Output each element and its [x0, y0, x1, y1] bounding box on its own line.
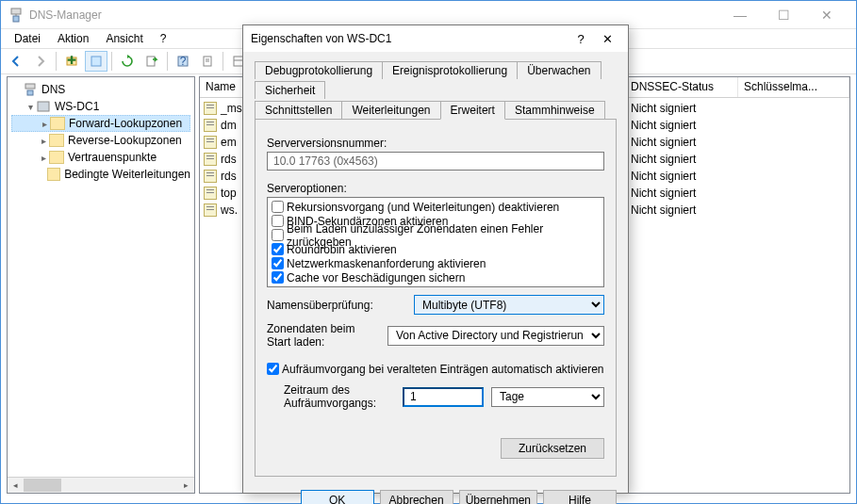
tab-security[interactable]: Sicherheit [255, 81, 325, 99]
collapse-icon[interactable]: ▾ [25, 102, 36, 112]
dialog-titlebar[interactable]: Eigenschaften von WS-DC1 ? ✕ [243, 25, 628, 52]
zonedata-select[interactable]: Von Active Directory und Registrierun [387, 326, 604, 346]
namecheck-label: Namensüberprüfung: [267, 299, 406, 312]
options-label: Serveroptionen: [267, 182, 604, 195]
server-option[interactable]: Cache vor Beschädigungen sichern [272, 270, 600, 285]
tab-advanced[interactable]: Erweitert [440, 101, 505, 120]
dnssec-row[interactable]: Nicht signiert [625, 117, 849, 134]
folder-icon [49, 134, 64, 147]
right-col-dnssec[interactable]: DNSSEC-Status [625, 77, 738, 97]
tree-hscroll[interactable]: ◂▸ [8, 477, 194, 493]
option-checkbox[interactable] [272, 201, 284, 213]
option-checkbox[interactable] [272, 229, 284, 241]
zone-icon [204, 170, 217, 183]
tree-server[interactable]: ▾ WS-DC1 [11, 98, 190, 115]
zone-icon [204, 136, 217, 149]
dialog-title: Eigenschaften von WS-DC1 [251, 32, 568, 45]
apply-button[interactable]: Übernehmen [459, 490, 537, 504]
svg-rect-17 [25, 84, 35, 89]
period-label: Zeitraum des Aufräumvorgangs: [284, 383, 395, 410]
zone-icon [204, 102, 217, 115]
nav-back-icon[interactable] [5, 51, 27, 72]
server-option[interactable]: Beim Laden unzulässiger Zonendaten einen… [272, 228, 600, 242]
period-input[interactable] [403, 387, 484, 407]
tab-forwarders[interactable]: Weiterleitungen [341, 101, 440, 119]
server-icon [36, 100, 51, 113]
dnssec-row[interactable]: Nicht signiert [625, 185, 849, 202]
tree-node-conditional-forwarders[interactable]: Bedingte Weiterleitungen [11, 166, 190, 183]
window-title: DNS-Manager [29, 8, 718, 22]
scavenge-label: Aufräumvorgang bei veralteten Einträgen … [282, 363, 604, 376]
svg-rect-0 [11, 8, 21, 14]
tree-node-trust-points[interactable]: ▸ Vertrauenspunkte [11, 149, 190, 166]
minimize-button[interactable]: — [718, 2, 762, 28]
dns-app-icon [8, 8, 24, 23]
dialog-help-icon[interactable]: ? [568, 32, 594, 46]
toolbar-sheet-icon[interactable] [196, 51, 219, 72]
expand-icon[interactable]: ▸ [38, 136, 49, 146]
tree-root[interactable]: DNS [11, 81, 190, 98]
toolbar-export-icon[interactable] [140, 51, 163, 72]
zone-icon [204, 119, 217, 132]
zone-icon [204, 187, 217, 200]
svg-rect-6 [147, 57, 155, 66]
tab-event-logging[interactable]: Ereignisprotokollierung [382, 61, 518, 79]
period-unit-select[interactable]: Tage [491, 387, 604, 407]
toolbar-properties-icon[interactable] [85, 51, 107, 72]
menu-datei[interactable]: Datei [7, 30, 48, 47]
toolbar-refresh-icon[interactable] [116, 51, 139, 72]
svg-rect-1 [13, 16, 19, 22]
version-label: Serverversionsnummer: [267, 137, 604, 150]
nav-forward-icon[interactable] [29, 51, 52, 72]
tree-node-forward-lookup[interactable]: ▸ Forward-Lookupzonen [11, 115, 190, 132]
toolbar-add-icon[interactable]: ✚ [60, 51, 83, 72]
menu-aktion[interactable]: Aktion [50, 30, 96, 47]
tab-monitoring[interactable]: Überwachen [517, 61, 601, 79]
dnssec-row[interactable]: Nicht signiert [625, 168, 849, 185]
ok-button[interactable]: OK [301, 490, 374, 504]
svg-text:?: ? [180, 55, 187, 68]
option-checkbox[interactable] [272, 215, 284, 227]
tab-panel-advanced: Serverversionsnummer: 10.0 17763 (0x4563… [255, 119, 617, 477]
folder-icon [50, 117, 65, 130]
tab-root-hints[interactable]: Stammhinweise [504, 101, 605, 119]
namecheck-select[interactable]: Multibyte (UTF8) [414, 295, 604, 315]
zone-icon [204, 203, 217, 217]
main-window: DNS-Manager — ☐ ✕ Datei Aktion Ansicht ?… [0, 0, 857, 504]
right-col-keymaster[interactable]: Schlüsselma... [738, 77, 849, 97]
menu-help[interactable]: ? [153, 30, 174, 47]
option-checkbox[interactable] [272, 243, 284, 255]
dnssec-row[interactable]: Nicht signiert [625, 134, 849, 151]
reset-button[interactable]: Zurücksetzen [501, 438, 604, 459]
dnssec-row[interactable]: Nicht signiert [625, 151, 849, 168]
tree-node-reverse-lookup[interactable]: ▸ Reverse-Lookupzonen [11, 132, 190, 149]
option-checkbox[interactable] [272, 271, 284, 284]
server-option[interactable]: Rekursionsvorgang (und Weiterleitungen) … [272, 200, 600, 214]
dialog-button-row: OK Abbrechen Übernehmen Hilfe [243, 484, 628, 504]
expand-icon[interactable]: ▸ [38, 153, 49, 163]
server-options-listbox[interactable]: Rekursionsvorgang (und Weiterleitungen) … [267, 197, 604, 287]
dnssec-row[interactable]: Nicht signiert [625, 100, 849, 117]
menu-ansicht[interactable]: Ansicht [98, 30, 150, 47]
tree-panel: DNS ▾ WS-DC1 ▸ Forward-Lookupzonen ▸ Rev… [7, 76, 195, 494]
expand-icon[interactable]: ▸ [39, 119, 50, 129]
svg-rect-5 [91, 57, 101, 66]
close-button[interactable]: ✕ [805, 2, 849, 28]
properties-dialog: Eigenschaften von WS-DC1 ? ✕ Debugprotok… [242, 24, 629, 494]
dnssec-row[interactable]: Nicht signiert [625, 202, 849, 219]
tab-debug-logging[interactable]: Debugprotokollierung [255, 61, 383, 79]
version-value: 10.0 17763 (0x4563) [267, 152, 604, 171]
folder-icon [47, 168, 60, 181]
scavenge-checkbox[interactable] [267, 363, 279, 375]
server-option[interactable]: Netzwerkmaskenanforderung aktivieren [272, 256, 600, 270]
option-checkbox[interactable] [272, 257, 284, 269]
zone-icon [204, 153, 217, 166]
dialog-close-icon[interactable]: ✕ [594, 32, 620, 46]
toolbar-help-icon[interactable]: ? [172, 51, 194, 72]
folder-icon [49, 151, 64, 164]
right-panel: DNSSEC-Status Schlüsselma... Nicht signi… [624, 76, 850, 494]
help-button[interactable]: Hilfe [543, 490, 617, 504]
maximize-button[interactable]: ☐ [762, 2, 805, 28]
cancel-button[interactable]: Abbrechen [380, 490, 453, 504]
tab-interfaces[interactable]: Schnittstellen [255, 101, 342, 119]
